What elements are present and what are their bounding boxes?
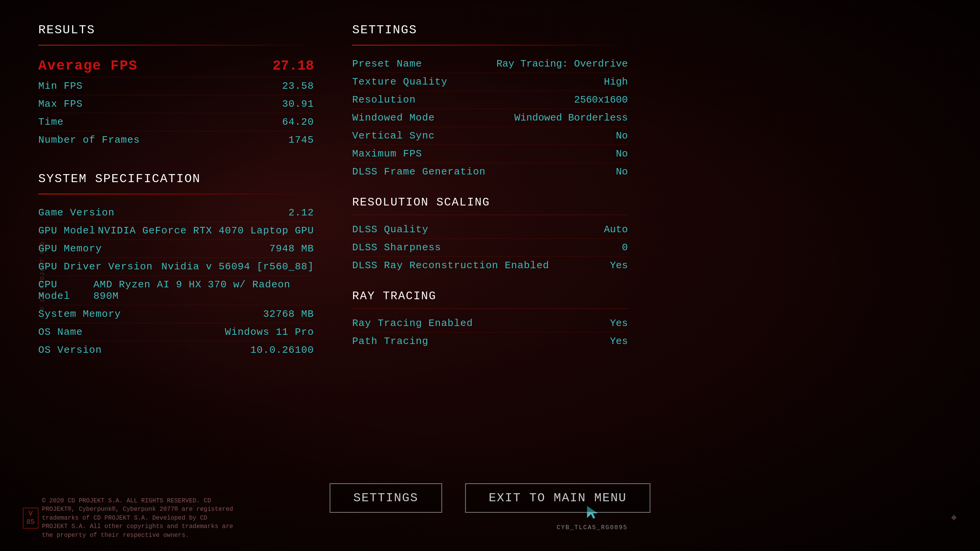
cpu-model-label: CPU Model <box>38 279 93 302</box>
os-name-label: OS Name <box>38 326 83 338</box>
ray-tracing-divider <box>352 308 628 309</box>
vsync-label: Vertical Sync <box>352 130 435 142</box>
sys-memory-value: 32768 MB <box>263 308 314 320</box>
os-version-label: OS Version <box>38 344 102 356</box>
gpu-model-row: GPU Model NVIDIA GeForce RTX 4070 Laptop… <box>38 222 314 240</box>
preset-name-row: Preset Name Ray Tracing: Overdrive <box>352 55 628 73</box>
avg-fps-row: Average FPS 27.18 <box>38 55 314 77</box>
max-fps-row: Maximum FPS No <box>352 145 628 163</box>
time-row: Time 64.20 <box>38 113 314 131</box>
max-fps-value: 30.91 <box>282 98 314 110</box>
cpu-model-row: CPU Model AMD Ryzen AI 9 HX 370 w/ Radeo… <box>38 276 314 305</box>
max-fps-label: Max FPS <box>38 98 83 110</box>
exit-to-main-menu-button[interactable]: Exit to Main Menu <box>465 483 650 513</box>
windowed-mode-row: Windowed Mode Windowed Borderless <box>352 109 628 127</box>
windowed-mode-value: Windowed Borderless <box>514 112 628 124</box>
gpu-model-label: GPU Model <box>38 225 95 236</box>
system-section: System Specification Game Version 2.12 G… <box>38 172 314 359</box>
system-header: System Specification <box>38 172 314 186</box>
system-divider <box>38 194 314 194</box>
texture-quality-row: Texture Quality High <box>352 73 628 91</box>
results-divider <box>38 45 314 46</box>
dlss-sharpness-label: DLSS Sharpness <box>352 242 441 253</box>
gpu-driver-row: GPU Driver Version Nvidia v 56094 [r560_… <box>38 258 314 276</box>
path-tracing-row: Path Tracing Yes <box>352 333 628 350</box>
game-version-value: 2.12 <box>289 207 314 218</box>
results-section: Results Average FPS 27.18 Min FPS 23.58 … <box>38 23 314 149</box>
settings-divider <box>352 45 628 46</box>
vsync-value: No <box>616 130 628 142</box>
cpu-model-value: AMD Ryzen AI 9 HX 370 w/ Radeon 890M <box>93 279 314 302</box>
results-header: Results <box>38 23 314 37</box>
dlss-quality-value: Auto <box>604 224 628 235</box>
os-name-value: Windows 11 Pro <box>225 326 314 338</box>
game-version-row: Game Version 2.12 <box>38 204 314 222</box>
ray-tracing-header: Ray Tracing <box>352 290 628 303</box>
settings-section: Settings Preset Name Ray Tracing: Overdr… <box>352 23 628 181</box>
dlss-fg-value: No <box>616 166 628 178</box>
preset-name-value: Ray Tracing: Overdrive <box>497 58 628 70</box>
os-version-row: OS Version 10.0.26100 <box>38 341 314 359</box>
settings-button[interactable]: Settings <box>330 483 442 513</box>
max-fps-value: No <box>616 148 628 160</box>
gpu-memory-row: GPU Memory 7948 MB <box>38 240 314 258</box>
dlss-quality-label: DLSS Quality <box>352 224 428 235</box>
texture-quality-label: Texture Quality <box>352 76 448 88</box>
settings-header: Settings <box>352 23 628 37</box>
dlss-sharpness-row: DLSS Sharpness 0 <box>352 239 628 257</box>
game-version-label: Game Version <box>38 207 114 218</box>
gpu-memory-value: 7948 MB <box>270 243 314 254</box>
dlss-sharpness-value: 0 <box>622 242 628 253</box>
resolution-scaling-divider <box>352 215 628 215</box>
min-fps-row: Min FPS 23.58 <box>38 77 314 95</box>
ray-tracing-enabled-value: Yes <box>610 318 628 329</box>
frames-value: 1745 <box>289 134 314 146</box>
buttons-area: Settings Exit to Main Menu <box>38 483 942 528</box>
windowed-mode-label: Windowed Mode <box>352 112 435 124</box>
path-tracing-value: Yes <box>610 336 628 347</box>
dlss-quality-row: DLSS Quality Auto <box>352 221 628 239</box>
gpu-memory-label: GPU Memory <box>38 243 102 254</box>
sys-memory-row: System Memory 32768 MB <box>38 305 314 323</box>
ray-tracing-enabled-row: Ray Tracing Enabled Yes <box>352 315 628 333</box>
os-version-value: 10.0.26100 <box>250 344 314 356</box>
frames-row: Number of Frames 1745 <box>38 131 314 149</box>
left-panel: Results Average FPS 27.18 Min FPS 23.58 … <box>38 23 314 468</box>
main-container: Results Average FPS 27.18 Min FPS 23.58 … <box>0 0 980 551</box>
sys-memory-label: System Memory <box>38 308 121 320</box>
dlss-rr-value: Yes <box>610 260 628 271</box>
resolution-label: Resolution <box>352 94 416 106</box>
vsync-row: Vertical Sync No <box>352 127 628 145</box>
preset-name-label: Preset Name <box>352 58 422 70</box>
texture-quality-value: High <box>604 76 628 88</box>
path-tracing-label: Path Tracing <box>352 336 428 347</box>
avg-fps-value: 27.18 <box>273 58 314 74</box>
dlss-rr-row: DLSS Ray Reconstruction Enabled Yes <box>352 257 628 274</box>
gpu-model-value: NVIDIA GeForce RTX 4070 Laptop GPU <box>98 225 314 236</box>
avg-fps-label: Average FPS <box>38 58 138 74</box>
max-fps-label: Maximum FPS <box>352 148 422 160</box>
ray-tracing-section: Ray Tracing Ray Tracing Enabled Yes Path… <box>352 290 628 350</box>
ray-tracing-enabled-label: Ray Tracing Enabled <box>352 318 473 329</box>
dlss-fg-label: DLSS Frame Generation <box>352 166 486 178</box>
resolution-row: Resolution 2560x1600 <box>352 91 628 109</box>
resolution-value: 2560x1600 <box>574 94 628 106</box>
min-fps-label: Min FPS <box>38 80 83 92</box>
dlss-fg-row: DLSS Frame Generation No <box>352 163 628 181</box>
right-panel: Settings Preset Name Ray Tracing: Overdr… <box>352 23 628 468</box>
min-fps-value: 23.58 <box>282 80 314 92</box>
gpu-driver-label: GPU Driver Version <box>38 261 153 272</box>
resolution-scaling-header: Resolution Scaling <box>352 196 628 209</box>
max-fps-row: Max FPS 30.91 <box>38 95 314 113</box>
content-row: Results Average FPS 27.18 Min FPS 23.58 … <box>38 23 942 468</box>
resolution-scaling-section: Resolution Scaling DLSS Quality Auto DLS… <box>352 196 628 274</box>
os-name-row: OS Name Windows 11 Pro <box>38 323 314 341</box>
gpu-driver-value: Nvidia v 56094 [r560_88] <box>162 261 314 272</box>
time-value: 64.20 <box>282 116 314 128</box>
time-label: Time <box>38 116 64 128</box>
frames-label: Number of Frames <box>38 134 140 146</box>
dlss-rr-label: DLSS Ray Reconstruction Enabled <box>352 260 549 271</box>
